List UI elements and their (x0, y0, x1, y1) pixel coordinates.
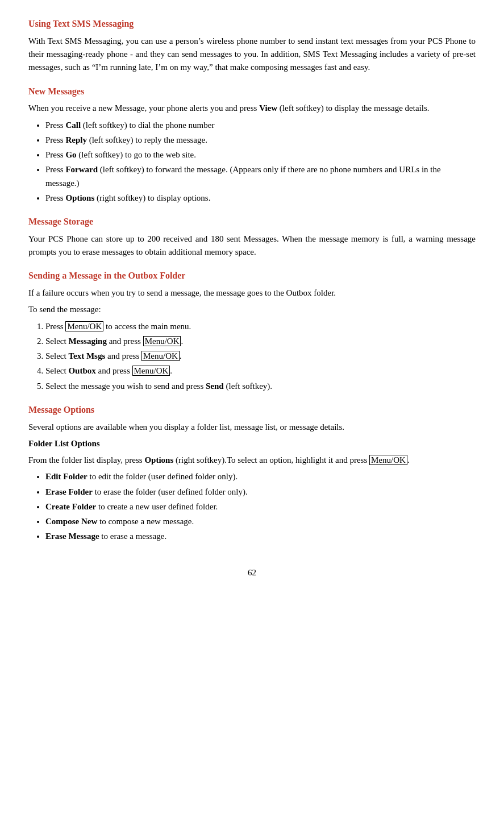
erase-folder-key: Erase Folder (45, 487, 93, 496)
section-message-options: Message Options Several options are avai… (28, 403, 476, 544)
list-item: Select Text Msgs and press Menu/OK. (45, 350, 476, 363)
create-folder-key: Create Folder (45, 502, 96, 511)
message-options-heading: Message Options (28, 403, 476, 417)
list-item: Press Menu/OK to access the main menu. (45, 320, 476, 333)
message-options-intro: Several options are available when you d… (28, 421, 476, 434)
new-messages-heading: New Messages (28, 85, 476, 99)
section-sending-message: Sending a Message in the Outbox Folder I… (28, 269, 476, 393)
new-messages-intro: When you receive a new Message, your pho… (28, 102, 476, 115)
intro-paragraph: With Text SMS Messaging, you can use a p… (28, 35, 476, 74)
list-item: Erase Folder to erase the folder (user d… (45, 486, 476, 499)
go-key: Go (65, 150, 76, 159)
list-item: Select the message you wish to send and … (45, 380, 476, 393)
section-message-storage: Message Storage Your PCS Phone can store… (28, 215, 476, 259)
text-msgs-key: Text Msgs (68, 351, 105, 360)
call-key: Call (65, 121, 81, 130)
main-title-block: Using Text SMS Messaging With Text SMS M… (28, 17, 476, 74)
folder-list-options-list: Edit Folder to edit the folder (user def… (45, 470, 476, 543)
page-container: Using Text SMS Messaging With Text SMS M… (28, 17, 476, 579)
list-item: Create Folder to create a new user defin… (45, 500, 476, 513)
section-new-messages: New Messages When you receive a new Mess… (28, 85, 476, 205)
main-title: Using Text SMS Messaging (28, 17, 476, 31)
compose-new-key: Compose New (45, 517, 97, 526)
page-number: 62 (28, 566, 476, 579)
list-item: Select Outbox and press Menu/OK. (45, 364, 476, 378)
sending-message-steps: Press Menu/OK to access the main menu. S… (45, 320, 476, 393)
menu-ok-box-4: Menu/OK (132, 366, 170, 376)
send-key: Send (206, 381, 224, 391)
message-storage-heading: Message Storage (28, 215, 476, 229)
list-item: Edit Folder to edit the folder (user def… (45, 470, 476, 483)
list-item: Press Forward (left softkey) to forward … (45, 163, 476, 190)
folder-list-options-text: From the folder list display, press Opti… (28, 454, 476, 467)
message-storage-text: Your PCS Phone can store up to 200 recei… (28, 233, 476, 259)
list-item: Press Go (left softkey) to go to the web… (45, 148, 476, 161)
folder-list-options-subheading: Folder List Options (28, 437, 476, 450)
reply-key: Reply (65, 135, 87, 144)
list-item: Compose New to compose a new message. (45, 515, 476, 528)
forward-key: Forward (65, 165, 98, 174)
list-item: Select Messaging and press Menu/OK. (45, 335, 476, 348)
list-item: Press Call (left softkey) to dial the ph… (45, 119, 476, 132)
outbox-key: Outbox (68, 366, 95, 375)
view-key: View (259, 103, 277, 113)
options-key-2: Options (144, 455, 173, 464)
erase-message-key: Erase Message (45, 532, 99, 541)
sending-message-sub: To send the message: (28, 303, 476, 316)
new-messages-list: Press Call (left softkey) to dial the ph… (45, 119, 476, 205)
list-item: Press Reply (left softkey) to reply the … (45, 134, 476, 147)
messaging-key: Messaging (68, 337, 107, 346)
menu-ok-box-2: Menu/OK (143, 336, 181, 346)
menu-ok-box-5: Menu/OK (369, 455, 407, 465)
list-item: Press Options (right softkey) to display… (45, 192, 476, 205)
menu-ok-box-1: Menu/OK (65, 321, 103, 331)
sending-message-heading: Sending a Message in the Outbox Folder (28, 269, 476, 283)
options-key: Options (65, 193, 94, 202)
sending-message-intro: If a failure occurs when you try to send… (28, 287, 476, 300)
menu-ok-box-3: Menu/OK (141, 351, 180, 361)
list-item: Erase Message to erase a message. (45, 530, 476, 543)
edit-folder-key: Edit Folder (45, 472, 88, 481)
